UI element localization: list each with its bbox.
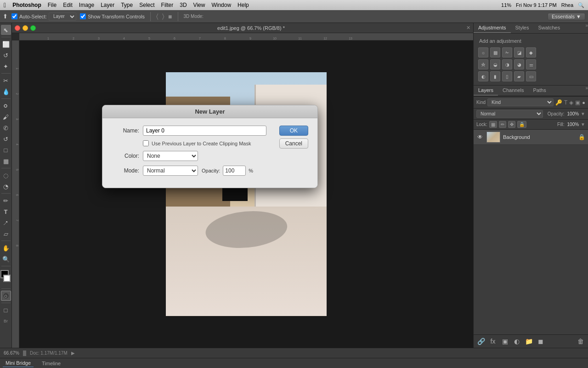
- eyedropper-tool[interactable]: 💧: [1, 86, 11, 97]
- menu-help[interactable]: Help: [237, 2, 249, 8]
- lock-position-icon[interactable]: ✥: [508, 121, 515, 128]
- layer-visibility-toggle[interactable]: 👁: [476, 133, 484, 141]
- opacity-input[interactable]: [223, 166, 246, 176]
- menu-3d[interactable]: 3D: [180, 2, 187, 8]
- align-center-icon[interactable]: 〉: [162, 12, 164, 20]
- adj-threshold[interactable]: ▰: [514, 71, 524, 81]
- filter-toggle[interactable]: ●: [582, 100, 585, 105]
- auto-select-checkbox[interactable]: [11, 13, 17, 19]
- adj-channel-mixer[interactable]: ⚌: [526, 59, 536, 69]
- apple-menu-icon[interactable]: : [4, 1, 6, 9]
- tab-paths[interactable]: Paths: [529, 86, 551, 96]
- brush-tool[interactable]: 🖌: [1, 112, 11, 122]
- menu-view[interactable]: View: [193, 2, 205, 8]
- panel-expand-icon[interactable]: »: [585, 23, 588, 33]
- menu-select[interactable]: Select: [139, 2, 154, 8]
- clipping-mask-checkbox[interactable]: [143, 140, 149, 146]
- menu-filter[interactable]: Filter: [161, 2, 174, 8]
- adj-photo-filter[interactable]: ◕: [514, 59, 524, 69]
- blend-mode-dropdown[interactable]: Normal Dissolve Multiply Screen Overlay: [476, 110, 543, 118]
- dodge-tool[interactable]: ◔: [1, 181, 11, 191]
- auto-select-dropdown[interactable]: Layer Group: [49, 12, 76, 21]
- layer-link-icon[interactable]: 🔗: [476, 337, 486, 346]
- menu-edit[interactable]: Edit: [63, 2, 73, 8]
- tab-layers[interactable]: Layers: [474, 86, 498, 96]
- move-tool[interactable]: ⬉: [1, 25, 11, 35]
- bridge-icon[interactable]: Br: [1, 316, 11, 326]
- type-tool[interactable]: T: [1, 207, 11, 217]
- adj-color-lookup[interactable]: ◐: [478, 71, 488, 81]
- layer-item-background[interactable]: 👁 Background 🔒: [474, 130, 588, 145]
- align-right-icon[interactable]: ■: [168, 13, 172, 20]
- adj-brightness[interactable]: ☼: [478, 47, 488, 58]
- adj-levels[interactable]: ▩: [490, 47, 500, 58]
- gradient-tool[interactable]: ▦: [1, 156, 11, 166]
- layer-mask-icon[interactable]: ▣: [500, 337, 509, 346]
- color-dropdown[interactable]: None Red Orange Yellow Green Blue Violet…: [143, 151, 198, 161]
- doc-info-arrow[interactable]: ▶: [71, 351, 75, 356]
- quick-select-tool[interactable]: ✦: [1, 61, 11, 71]
- opacity-dropdown-icon[interactable]: ▼: [581, 111, 585, 116]
- tab-channels[interactable]: Channels: [498, 86, 528, 96]
- adj-gradient-map[interactable]: ▭: [526, 71, 536, 81]
- mode-dropdown[interactable]: Normal Dissolve Multiply Screen Overlay: [143, 166, 198, 176]
- fill-dropdown-icon[interactable]: ▼: [581, 122, 585, 127]
- marquee-tool[interactable]: ⬜: [1, 39, 11, 49]
- clone-stamp[interactable]: ✆: [1, 123, 11, 133]
- layer-new-icon[interactable]: ◼: [536, 337, 545, 346]
- adj-exposure[interactable]: ◪: [514, 47, 524, 58]
- window-maximize-button[interactable]: [30, 25, 36, 31]
- layer-adjustment-icon[interactable]: ◐: [512, 337, 521, 346]
- lock-all-icon[interactable]: 🔒: [517, 121, 526, 128]
- adj-colorbalance[interactable]: ◒: [490, 59, 500, 69]
- window-close-icon[interactable]: ✕: [466, 25, 470, 31]
- shape-tool[interactable]: ▱: [1, 229, 11, 239]
- ok-button[interactable]: OK: [279, 126, 308, 136]
- align-left-icon[interactable]: 〈: [156, 12, 158, 20]
- menu-file[interactable]: File: [48, 2, 57, 8]
- filter-icon-3[interactable]: ◈: [569, 99, 573, 106]
- adj-curves[interactable]: ✁: [502, 47, 512, 58]
- menu-window[interactable]: Window: [211, 2, 231, 8]
- quick-mask[interactable]: ○: [1, 291, 11, 301]
- crop-tool[interactable]: ✂: [1, 75, 11, 86]
- background-color[interactable]: [3, 275, 11, 282]
- tab-styles[interactable]: Styles: [511, 23, 534, 33]
- layers-panel-expand[interactable]: »: [585, 86, 588, 96]
- filter-icon-1[interactable]: 🔑: [555, 99, 562, 106]
- zoom-tool[interactable]: 🔍: [1, 254, 11, 264]
- lasso-tool[interactable]: ↺: [1, 50, 11, 60]
- layer-group-icon[interactable]: 📁: [524, 337, 533, 346]
- tab-mini-bridge[interactable]: Mini Bridge: [3, 359, 34, 367]
- layers-kind-dropdown[interactable]: Kind: [487, 98, 554, 106]
- filter-icon-4[interactable]: ▣: [575, 99, 580, 106]
- adj-invert[interactable]: ▮: [490, 71, 500, 81]
- layer-name-input[interactable]: [143, 126, 266, 136]
- window-close-button[interactable]: [15, 25, 20, 31]
- pen-tool[interactable]: ✏: [1, 196, 11, 206]
- filter-icon-2[interactable]: T: [564, 99, 567, 106]
- adj-vibrance[interactable]: ◆: [526, 47, 536, 58]
- adj-hsl[interactable]: ⛤: [478, 59, 488, 69]
- tab-swatches[interactable]: Swatches: [534, 23, 565, 33]
- layer-delete-icon[interactable]: 🗑: [576, 337, 585, 346]
- history-brush[interactable]: ↺: [1, 134, 11, 144]
- menu-search-icon[interactable]: 🔍: [578, 2, 584, 8]
- show-transform-checkbox[interactable]: [80, 13, 86, 19]
- cancel-button[interactable]: Cancel: [279, 138, 308, 149]
- layer-fx-icon[interactable]: fx: [488, 337, 498, 346]
- window-minimize-button[interactable]: [23, 25, 28, 31]
- path-select[interactable]: ⭧: [1, 218, 11, 228]
- menu-layer[interactable]: Layer: [101, 2, 114, 8]
- lock-image-icon[interactable]: ✏: [499, 121, 506, 128]
- blur-tool[interactable]: ◌: [1, 170, 11, 180]
- lock-transparent-icon[interactable]: ▦: [489, 121, 497, 128]
- essentials-button[interactable]: Essentials ▼: [548, 13, 585, 20]
- menu-type[interactable]: Type: [121, 2, 133, 8]
- adj-posterize[interactable]: ▯: [502, 71, 512, 81]
- screen-mode[interactable]: □: [1, 305, 11, 315]
- eraser-tool[interactable]: □: [1, 145, 11, 155]
- tab-adjustments[interactable]: Adjustments: [474, 23, 511, 33]
- adj-bw[interactable]: ◑: [502, 59, 512, 69]
- healing-tool[interactable]: ⭘: [1, 101, 11, 111]
